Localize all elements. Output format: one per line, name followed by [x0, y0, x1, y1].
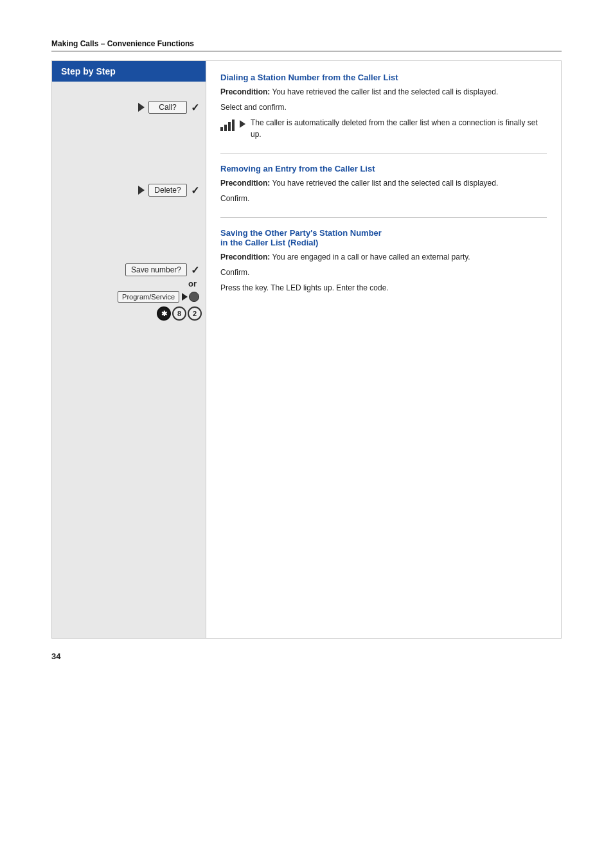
code-row: ✱ 8 2 — [52, 306, 206, 321]
nav-arrow-delete — [138, 186, 145, 195]
main-container: Step by Step Call? ✓ Delete? ✓ — [51, 60, 562, 639]
bars-icon — [220, 120, 235, 131]
nav-arrow-call — [138, 103, 145, 112]
or-label: or — [52, 279, 206, 288]
left-section-save: Save number? ✓ or Program/Service ✱ 8 — [52, 206, 206, 321]
bar2 — [224, 125, 227, 131]
dialing-precondition: Precondition: You have retrieved the cal… — [220, 86, 547, 98]
bar1 — [220, 127, 223, 131]
save-area: Save number? ✓ or Program/Service ✱ 8 — [52, 263, 206, 321]
checkmark-call: ✓ — [191, 102, 199, 114]
program-service-button[interactable]: Program/Service — [118, 291, 179, 303]
saving-title: Saving the Other Party's Station Number … — [220, 228, 547, 247]
save-number-button[interactable]: Save number? — [125, 263, 187, 276]
page-number: 34 — [51, 651, 562, 661]
key-8: 8 — [172, 306, 186, 321]
key-2: 2 — [188, 306, 202, 321]
removing-action: Confirm. — [220, 193, 547, 204]
step-by-step-heading: Step by Step — [52, 61, 206, 82]
note-arrow — [240, 120, 245, 128]
delete-button[interactable]: Delete? — [148, 184, 187, 197]
removing-precondition: Precondition: You have retrieved the cal… — [220, 177, 547, 189]
dialing-note-box: The caller is automatically deleted from… — [220, 117, 547, 140]
left-section-call: Call? ✓ — [52, 82, 206, 123]
section-removing: Removing an Entry from the Caller List P… — [220, 164, 547, 204]
dialing-note-text: The caller is automatically deleted from… — [251, 117, 547, 140]
divider-1 — [220, 153, 547, 154]
key-star: ✱ — [157, 306, 171, 321]
checkmark-delete: ✓ — [191, 184, 199, 197]
saving-action-confirm: Confirm. — [220, 267, 547, 278]
saving-action-press: Press the key. The LED lights up. Enter … — [220, 282, 547, 294]
removing-title: Removing an Entry from the Caller List — [220, 164, 547, 173]
page-header-title: Making Calls – Convenience Functions — [51, 39, 194, 48]
checkmark-save: ✓ — [191, 264, 199, 276]
program-service-row: Program/Service — [52, 291, 206, 303]
bar4 — [232, 120, 235, 131]
led-circle — [189, 292, 199, 302]
section-dialing: Dialing a Station Number from the Caller… — [220, 73, 547, 140]
led-arrow — [182, 293, 188, 301]
save-number-row: Save number? ✓ — [52, 263, 206, 276]
section-saving: Saving the Other Party's Station Number … — [220, 228, 547, 294]
left-panel: Step by Step Call? ✓ Delete? ✓ — [52, 61, 206, 638]
bar3 — [228, 122, 231, 131]
right-panel: Dialing a Station Number from the Caller… — [206, 61, 561, 638]
dialing-action: Select and confirm. — [220, 102, 547, 113]
left-section-delete: Delete? ✓ — [52, 123, 206, 206]
divider-2 — [220, 217, 547, 218]
saving-precondition: Precondition: You are engaged in a call … — [220, 251, 547, 263]
call-button[interactable]: Call? — [148, 101, 187, 114]
page-header: Making Calls – Convenience Functions — [51, 39, 562, 51]
dialing-title: Dialing a Station Number from the Caller… — [220, 73, 547, 82]
